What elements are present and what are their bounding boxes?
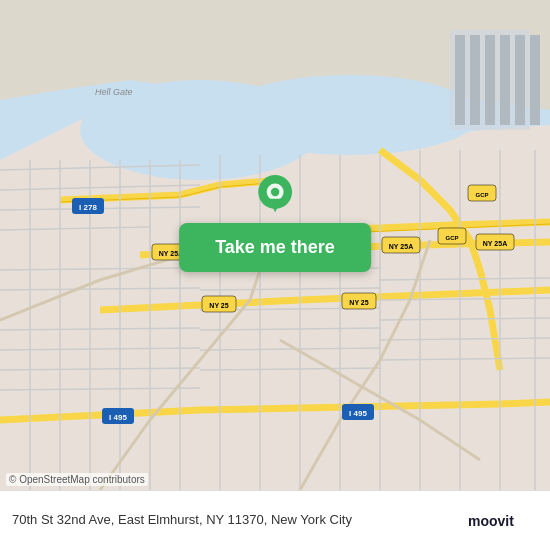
location-text: 70th St 32nd Ave, East Elmhurst, NY 1137… xyxy=(12,511,352,529)
svg-rect-69 xyxy=(530,35,540,125)
svg-text:NY 25: NY 25 xyxy=(349,299,368,306)
svg-text:GCP: GCP xyxy=(445,235,458,241)
svg-text:NY 25A: NY 25A xyxy=(389,243,413,250)
moovit-logo-svg: moovit xyxy=(468,506,538,536)
svg-rect-67 xyxy=(500,35,510,125)
map-attribution: © OpenStreetMap contributors xyxy=(6,473,148,486)
svg-text:NY 25: NY 25 xyxy=(209,302,228,309)
svg-text:moovit: moovit xyxy=(468,512,514,528)
take-me-there-button[interactable]: Take me there xyxy=(179,223,371,272)
svg-text:NY 25A: NY 25A xyxy=(483,240,507,247)
map-container: I 278 NY 25A NY 25A NY 25A NY 25A NY 25 … xyxy=(0,0,550,490)
svg-rect-65 xyxy=(470,35,480,125)
svg-text:Hell Gate: Hell Gate xyxy=(95,87,133,97)
moovit-logo: moovit xyxy=(468,506,538,536)
svg-text:I 495: I 495 xyxy=(349,409,367,418)
svg-text:GCP: GCP xyxy=(475,192,488,198)
svg-text:I 495: I 495 xyxy=(109,413,127,422)
svg-text:I 278: I 278 xyxy=(79,203,97,212)
svg-rect-68 xyxy=(515,35,525,125)
info-bar: 70th St 32nd Ave, East Elmhurst, NY 1137… xyxy=(0,490,550,550)
svg-rect-66 xyxy=(485,35,495,125)
map-pin-icon xyxy=(253,175,297,219)
svg-point-73 xyxy=(271,188,279,196)
svg-point-4 xyxy=(220,75,480,155)
action-button-container: Take me there xyxy=(179,175,371,272)
svg-rect-64 xyxy=(455,35,465,125)
